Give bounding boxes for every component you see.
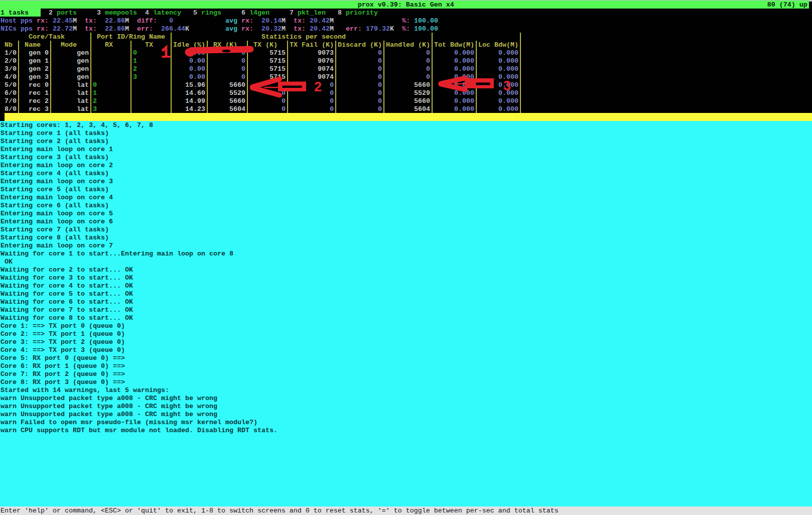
svg-text:3: 3 [503,78,511,93]
svg-text:2: 2 [314,79,322,94]
